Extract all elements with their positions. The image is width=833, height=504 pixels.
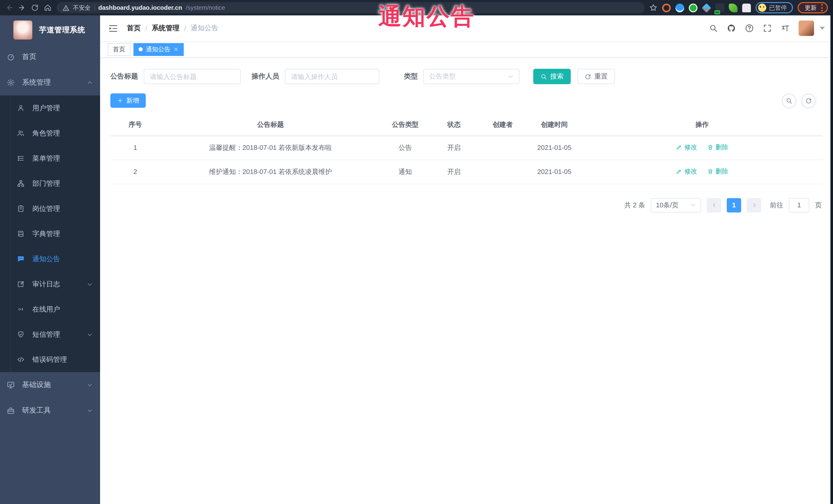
github-icon[interactable] [727, 24, 736, 33]
cell-actions: 修改 删除 [581, 160, 823, 184]
browser-toolbar: 不安全 dashboard.yudao.iocoder.cn/system/no… [0, 0, 833, 16]
sidebar-item-roles[interactable]: 角色管理 [0, 121, 100, 146]
type-select[interactable]: 公告类型 [423, 69, 519, 84]
breadcrumb-system[interactable]: 系统管理 [152, 24, 180, 33]
tab-close-icon[interactable] [173, 47, 178, 52]
tab-notice[interactable]: 通知公告 [134, 43, 184, 56]
delete-link-label: 删除 [715, 143, 728, 152]
avatar-caret-icon[interactable] [820, 27, 825, 30]
font-size-icon[interactable] [781, 24, 790, 33]
col-type: 公告类型 [381, 115, 430, 136]
delete-link[interactable]: 删除 [707, 143, 728, 152]
extension-orange-icon[interactable] [662, 3, 670, 12]
sidebar-item-dev-tools[interactable]: 研发工具 [0, 398, 100, 424]
extension-leaf-icon[interactable] [729, 3, 737, 12]
type-label: 类型 [404, 72, 418, 81]
main-area: 首页 / 系统管理 / 通知公告 首页 通知公告 [100, 16, 833, 504]
extension-switch-icon[interactable]: on [715, 3, 724, 12]
back-icon[interactable] [5, 4, 13, 12]
extension-diamond-icon[interactable] [701, 3, 711, 13]
bookmark-star-icon[interactable] [649, 4, 657, 12]
sidebar-item-online-users[interactable]: 在线用户 [0, 297, 100, 322]
cell-title: 温馨提醒：2018-07-01 若依新版本发布啦 [160, 136, 381, 160]
chevron-down-icon [507, 73, 514, 79]
operator-input[interactable] [285, 69, 379, 84]
extension-on-badge: on [714, 10, 720, 14]
url-separator [94, 5, 95, 11]
page-size-select[interactable]: 10条/页 [651, 198, 701, 212]
search-icon [786, 97, 792, 104]
help-icon[interactable] [745, 24, 754, 33]
search-icon[interactable] [709, 24, 718, 33]
sidebar-item-label: 审计日志 [32, 280, 60, 289]
forward-icon[interactable] [18, 4, 26, 12]
badge-icon [17, 205, 25, 213]
infrastructure-icon [7, 381, 15, 389]
goto-page-input[interactable] [789, 198, 809, 212]
sidebar-collapse-icon[interactable] [108, 23, 118, 33]
sidebar-item-home[interactable]: 首页 [0, 44, 100, 70]
delete-link[interactable]: 删除 [707, 167, 728, 176]
sidebar-logo-row[interactable]: 芋道管理系统 [0, 16, 100, 44]
tab-home[interactable]: 首页 [108, 43, 130, 56]
operator-label: 操作人员 [252, 72, 279, 81]
sidebar-item-label: 研发工具 [22, 406, 51, 415]
sidebar-item-label: 部门管理 [32, 179, 60, 188]
plus-icon [117, 97, 123, 104]
browser-update-button[interactable]: 更新 [798, 2, 828, 13]
prev-page-button[interactable] [707, 198, 721, 212]
sidebar-item-infrastructure[interactable]: 基础设施 [0, 372, 100, 398]
home-icon[interactable] [44, 4, 52, 12]
next-page-button[interactable] [747, 198, 761, 212]
title-input[interactable] [144, 69, 241, 84]
sidebar-item-notice[interactable]: 通知公告 [0, 246, 100, 271]
refresh-table-button[interactable] [802, 94, 815, 107]
reset-button[interactable]: 重置 [577, 69, 615, 84]
add-button[interactable]: 新增 [110, 93, 146, 108]
goto-label: 前往 [770, 200, 783, 210]
sidebar-item-users[interactable]: 用户管理 [0, 95, 100, 121]
fullscreen-icon[interactable] [763, 24, 772, 33]
edit-icon [676, 169, 682, 175]
page-content: 公告标题 操作人员 类型 公告类型 搜索 [100, 58, 833, 504]
sidebar-item-label: 通知公告 [32, 254, 60, 264]
extension-blue-icon[interactable] [675, 3, 684, 12]
show-search-button[interactable] [782, 94, 796, 107]
extension-green-icon[interactable] [689, 3, 697, 12]
profile-paused-badge[interactable]: 已暂停 [755, 2, 793, 13]
extension-puzzle-icon[interactable] [742, 3, 751, 12]
browser-menu-icon[interactable] [821, 4, 823, 11]
chevron-up-icon [87, 79, 93, 86]
current-page-button[interactable]: 1 [727, 198, 741, 212]
window-scrollbar-track[interactable] [830, 0, 833, 504]
sidebar-item-posts[interactable]: 岗位管理 [0, 196, 100, 221]
breadcrumb: 首页 / 系统管理 / 通知公告 [127, 24, 218, 33]
tab-label: 通知公告 [146, 45, 170, 54]
col-actions: 操作 [581, 115, 823, 136]
reload-icon[interactable] [31, 4, 39, 12]
sidebar-item-dictionary[interactable]: 字典管理 [0, 221, 100, 246]
user-avatar[interactable] [799, 21, 814, 36]
sidebar-item-system[interactable]: 系统管理 [0, 70, 100, 95]
search-button[interactable]: 搜索 [533, 69, 571, 84]
sidebar-item-departments[interactable]: 部门管理 [0, 171, 100, 196]
sidebar-item-error-codes[interactable]: 错误码管理 [0, 347, 100, 372]
sidebar-item-label: 错误码管理 [32, 355, 67, 364]
toolbox-icon [7, 407, 15, 415]
edit-link[interactable]: 修改 [676, 167, 697, 176]
breadcrumb-home[interactable]: 首页 [127, 24, 141, 33]
cell-create-time: 2021-01-05 [527, 160, 581, 184]
navbar-actions [709, 21, 825, 36]
edit-link[interactable]: 修改 [676, 143, 697, 152]
sidebar-item-sms[interactable]: 短信管理 [0, 322, 100, 347]
notice-table: 序号 公告标题 公告类型 状态 创建者 创建时间 操作 1 温馨提醒：2018-… [110, 115, 823, 184]
sidebar-item-menus[interactable]: 菜单管理 [0, 146, 100, 171]
type-select-placeholder: 公告类型 [429, 72, 456, 81]
security-warning-icon[interactable] [63, 4, 69, 11]
code-icon [17, 356, 25, 363]
chevron-left-icon [711, 202, 717, 208]
cell-type: 公告 [381, 136, 430, 160]
sidebar-item-audit-log[interactable]: 审计日志 [0, 271, 100, 297]
search-icon [541, 73, 547, 80]
address-bar[interactable]: 不安全 dashboard.yudao.iocoder.cn/system/no… [56, 2, 644, 13]
